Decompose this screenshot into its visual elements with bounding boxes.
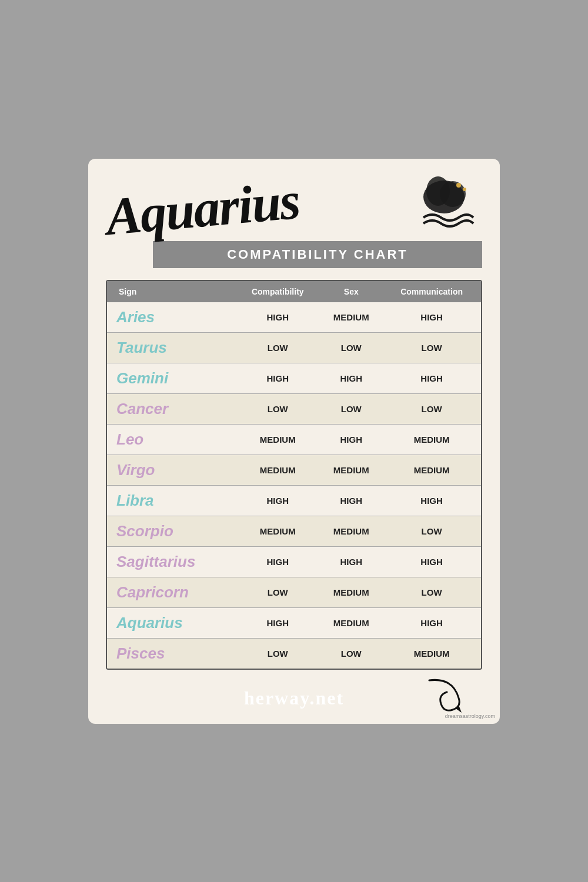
sign-name: Taurus xyxy=(116,339,167,356)
compatibility-table: Sign Compatibility Sex Communication Ari… xyxy=(106,280,482,670)
sex-cell: MEDIUM xyxy=(320,607,382,638)
col-compatibility: Compatibility xyxy=(235,281,320,302)
sign-cell: Aries xyxy=(107,302,235,333)
sign-cell: Capricorn xyxy=(107,577,235,607)
sign-cell: Cancer xyxy=(107,393,235,424)
header: Aquarius xyxy=(106,176,482,235)
svg-point-3 xyxy=(456,183,461,188)
website-label: herway.net xyxy=(244,687,344,709)
compatibility-cell: LOW xyxy=(235,577,320,607)
sign-name: Libra xyxy=(116,492,154,509)
sex-cell: LOW xyxy=(320,393,382,424)
communication-cell: MEDIUM xyxy=(382,455,481,485)
sign-name: Gemini xyxy=(116,369,168,387)
sex-cell: HIGH xyxy=(320,363,382,393)
table-row: Scorpio MEDIUM MEDIUM LOW xyxy=(107,516,481,546)
sex-cell: LOW xyxy=(320,638,382,669)
communication-cell: MEDIUM xyxy=(382,638,481,669)
compatibility-cell: HIGH xyxy=(235,546,320,577)
table-row: Capricorn LOW MEDIUM LOW xyxy=(107,577,481,607)
sign-name: Virgo xyxy=(116,461,155,479)
compatibility-cell: MEDIUM xyxy=(235,516,320,546)
communication-cell: LOW xyxy=(382,516,481,546)
compatibility-cell: HIGH xyxy=(235,485,320,516)
communication-cell: LOW xyxy=(382,332,481,363)
footer: herway.net xyxy=(106,681,482,712)
sign-cell: Pisces xyxy=(107,638,235,669)
communication-cell: HIGH xyxy=(382,485,481,516)
table-header-row: Sign Compatibility Sex Communication xyxy=(107,281,481,302)
sign-name: Scorpio xyxy=(116,522,173,540)
subtitle-text: COMPATIBILITY CHART xyxy=(227,247,408,262)
compatibility-cell: HIGH xyxy=(235,363,320,393)
compatibility-cell: HIGH xyxy=(235,302,320,333)
table-row: Sagittarius HIGH HIGH HIGH xyxy=(107,546,481,577)
subtitle-bar: COMPATIBILITY CHART xyxy=(153,241,482,268)
compatibility-cell: LOW xyxy=(235,638,320,669)
sex-cell: LOW xyxy=(320,332,382,363)
sex-cell: MEDIUM xyxy=(320,577,382,607)
sex-cell: HIGH xyxy=(320,546,382,577)
sign-name: Capricorn xyxy=(116,583,189,601)
sign-cell: Scorpio xyxy=(107,516,235,546)
col-sign: Sign xyxy=(107,281,235,302)
sign-cell: Leo xyxy=(107,424,235,455)
sign-name: Cancer xyxy=(116,400,168,417)
sign-cell: Sagittarius xyxy=(107,546,235,577)
col-communication: Communication xyxy=(382,281,481,302)
sex-cell: HIGH xyxy=(320,424,382,455)
aquarius-symbol xyxy=(406,176,482,235)
table-row: Gemini HIGH HIGH HIGH xyxy=(107,363,481,393)
sign-name: Aquarius xyxy=(116,614,183,632)
compatibility-cell: LOW xyxy=(235,393,320,424)
sign-cell: Gemini xyxy=(107,363,235,393)
watermark: dreamsastrology.com xyxy=(445,713,495,719)
sign-name: Pisces xyxy=(116,644,165,662)
sign-name: Aries xyxy=(116,308,155,326)
table-row: Cancer LOW LOW LOW xyxy=(107,393,481,424)
sex-cell: MEDIUM xyxy=(320,516,382,546)
sign-cell: Virgo xyxy=(107,455,235,485)
table-row: Leo MEDIUM HIGH MEDIUM xyxy=(107,424,481,455)
compatibility-cell: MEDIUM xyxy=(235,424,320,455)
page-title: Aquarius xyxy=(104,173,302,243)
main-card: Aquarius COMPATIBIL xyxy=(88,159,500,724)
table-row: Aquarius HIGH MEDIUM HIGH xyxy=(107,607,481,638)
table-row: Virgo MEDIUM MEDIUM MEDIUM xyxy=(107,455,481,485)
communication-cell: HIGH xyxy=(382,363,481,393)
sex-cell: MEDIUM xyxy=(320,455,382,485)
compatibility-cell: LOW xyxy=(235,332,320,363)
table-row: Pisces LOW LOW MEDIUM xyxy=(107,638,481,669)
sign-name: Leo xyxy=(116,430,143,448)
sign-cell: Aquarius xyxy=(107,607,235,638)
communication-cell: LOW xyxy=(382,393,481,424)
sign-cell: Libra xyxy=(107,485,235,516)
compatibility-cell: MEDIUM xyxy=(235,455,320,485)
table-row: Aries HIGH MEDIUM HIGH xyxy=(107,302,481,333)
table-row: Taurus LOW LOW LOW xyxy=(107,332,481,363)
table-row: Libra HIGH HIGH HIGH xyxy=(107,485,481,516)
decorative-icon xyxy=(423,674,470,718)
communication-cell: HIGH xyxy=(382,546,481,577)
communication-cell: LOW xyxy=(382,577,481,607)
svg-point-4 xyxy=(463,188,466,191)
sign-cell: Taurus xyxy=(107,332,235,363)
sex-cell: HIGH xyxy=(320,485,382,516)
col-sex: Sex xyxy=(320,281,382,302)
sign-name: Sagittarius xyxy=(116,553,195,570)
communication-cell: HIGH xyxy=(382,302,481,333)
compatibility-cell: HIGH xyxy=(235,607,320,638)
communication-cell: MEDIUM xyxy=(382,424,481,455)
svg-point-2 xyxy=(440,181,466,207)
sex-cell: MEDIUM xyxy=(320,302,382,333)
communication-cell: HIGH xyxy=(382,607,481,638)
